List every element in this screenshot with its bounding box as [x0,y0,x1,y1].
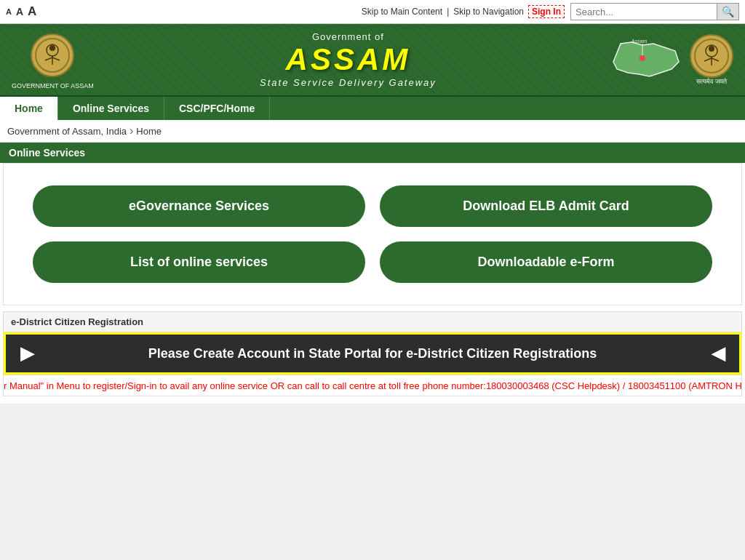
font-small-button[interactable]: A [6,7,12,16]
gov-assam-label: GOVERNMENT OF ASSAM [12,82,94,89]
font-large-button[interactable]: A [28,4,36,19]
font-size-controls: A A A [6,4,36,19]
font-medium-button[interactable]: A [16,6,23,17]
svg-point-10 [695,39,728,73]
gov-text: Government of [94,31,602,42]
svg-marker-6 [613,42,679,76]
left-logo-group: GOVERNMENT OF ASSAM [12,30,94,89]
edistrict-header: e-District Citizen Registration [4,312,741,332]
nav-item-online-services[interactable]: Online Services [58,97,164,120]
top-bar: A A A Skip to Main Content | Skip to Nav… [0,0,745,24]
online-services-header: Online Services [0,143,745,163]
main-content: Online Services eGovernance Services Dow… [0,143,745,404]
services-grid: eGovernance Services Download ELB Admit … [3,163,742,305]
skip-nav-link[interactable]: Skip to Navigation [453,7,524,17]
search-input[interactable] [571,5,717,19]
ticker-text: r Manual" in Menu to register/Sign-in to… [4,380,741,391]
edistrict-section: e-District Citizen Registration ▶ Please… [3,311,742,396]
breadcrumb-separator: › [130,124,133,137]
header-center: Government of ASSAM State Service Delive… [94,31,602,88]
svg-point-0 [36,39,69,72]
breadcrumb-home: Home [136,126,162,137]
edistrict-banner[interactable]: ▶ Please Create Account in State Portal … [4,332,741,375]
nav-item-csc[interactable]: CSC/PFC/Home [164,97,270,120]
right-logo-group: सत्यमेव जयते [690,34,733,86]
svg-text:Assam: Assam [632,39,648,44]
svg-point-7 [640,55,645,61]
separator: | [447,7,449,17]
page-header: GOVERNMENT OF ASSAM Government of ASSAM … [0,24,745,95]
search-box: 🔍 [570,3,739,20]
ticker-bar: r Manual" in Menu to register/Sign-in to… [4,375,741,396]
svg-point-5 [49,45,55,51]
search-button[interactable]: 🔍 [717,4,738,20]
search-icon: 🔍 [722,6,734,17]
skip-main-link[interactable]: Skip to Main Content [362,7,442,17]
nav-bar: Home Online Services CSC/PFC/Home [0,95,745,120]
egovernance-services-button[interactable]: eGovernance Services [33,185,365,227]
assam-title: ASSAM [94,42,602,77]
nav-item-home[interactable]: Home [0,97,58,120]
sign-in-link[interactable]: Sign In [528,5,565,18]
list-online-services-button[interactable]: List of online services [33,241,365,283]
gateway-text: State Service Delivery Gateway [94,77,602,88]
left-emblem [27,30,78,81]
banner-left-arrow: ▶ [20,343,33,364]
downloadable-eform-button[interactable]: Downloadable e-Form [380,241,712,283]
top-links: Skip to Main Content | Skip to Navigatio… [362,5,565,18]
breadcrumb-gov-assam[interactable]: Government of Assam, India [7,126,127,137]
banner-right-arrow: ◀ [712,343,725,364]
svg-point-15 [709,46,714,52]
right-emblem [690,34,733,78]
breadcrumb: Government of Assam, India › Home [0,120,745,143]
satyameva-label: सत्यमेव जयते [696,78,727,86]
edistrict-banner-text: Please Create Account in State Portal fo… [148,346,597,361]
download-elb-button[interactable]: Download ELB Admit Card [380,185,712,227]
header-map: Assam [602,34,690,85]
assam-map-svg: Assam [606,36,686,84]
left-emblem-circle [31,33,74,77]
